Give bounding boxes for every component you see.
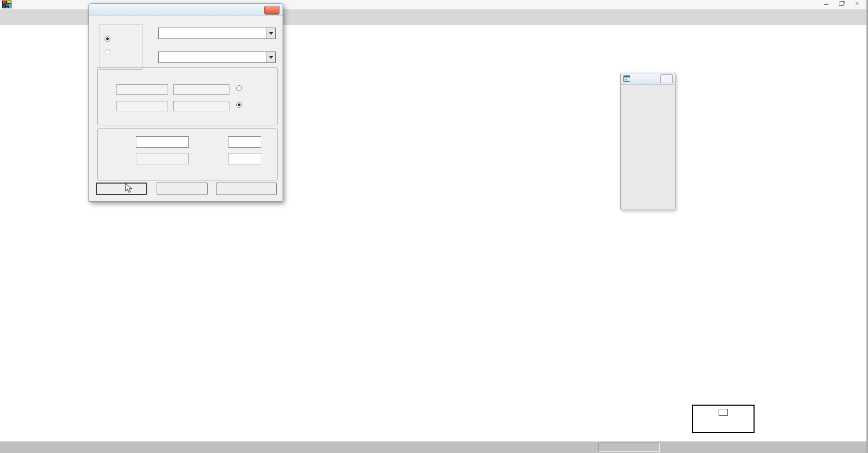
status-coordinates [598,443,660,452]
restore-icon[interactable] [836,1,847,8]
y-min-field [116,101,168,111]
window-controls: × [821,1,862,8]
rows-field[interactable] [228,136,261,148]
special-tools-panel [620,73,675,210]
x-min-field [116,84,168,95]
ok-button[interactable] [96,183,147,195]
grid-channel-data-dialog [88,3,283,202]
mode-line-radio[interactable] [105,36,110,42]
limits-auto-radio[interactable] [236,102,242,108]
legend-color-swatch [719,409,728,416]
y-max-field [173,101,229,111]
azimuth-field [136,153,189,164]
panel-window-icon [623,75,630,82]
mode-groupbox [99,24,143,70]
expert-params-button[interactable] [216,183,277,195]
modelvision-window: × [0,0,868,453]
limits-manual-radio[interactable] [236,85,242,91]
dialog-close-button[interactable] [264,6,279,15]
chevron-down-icon[interactable] [266,52,275,62]
grid-limits-groupbox [97,67,278,125]
x-max-field [173,84,229,95]
status-bar [0,441,866,453]
panel-titlebar[interactable] [621,73,675,85]
cancel-button[interactable] [157,183,208,195]
cell-size-field[interactable] [136,136,189,148]
close-icon[interactable]: × [852,1,862,8]
minimize-icon[interactable] [821,1,831,8]
cols-field[interactable] [228,153,261,164]
panel-close-button[interactable] [660,74,673,83]
dialog-titlebar[interactable] [89,4,283,16]
mouse-cursor [125,183,132,193]
mode-point-radio[interactable] [105,49,110,55]
channel-name-combo[interactable] [158,28,276,39]
output-grid-name-combo[interactable] [158,51,276,63]
channels-legend [692,405,755,433]
app-icon [2,1,11,8]
chevron-down-icon[interactable] [266,28,275,38]
